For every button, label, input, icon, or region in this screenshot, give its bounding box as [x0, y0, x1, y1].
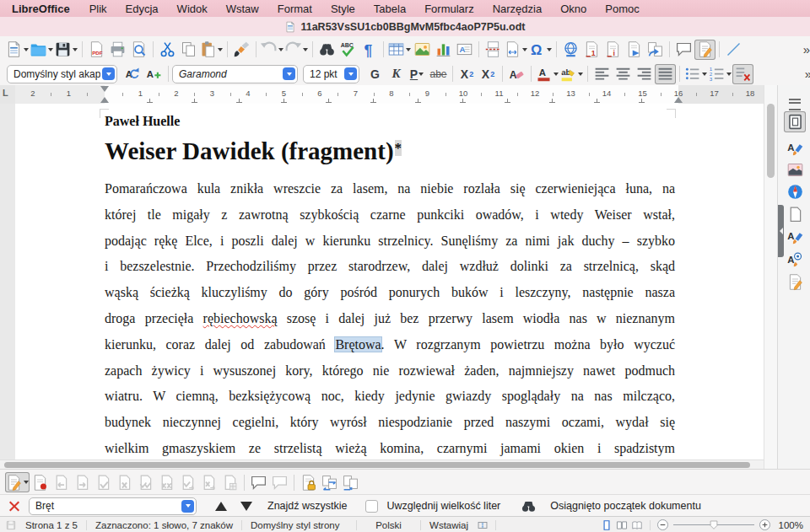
vertical-scrollbar-thumb[interactable]	[767, 104, 775, 178]
tab-stop-marker[interactable]	[147, 98, 153, 103]
align-left-button[interactable]	[591, 64, 613, 84]
chevron-down-icon[interactable]	[181, 500, 194, 513]
tab-gallery[interactable]	[784, 159, 806, 180]
first-line-indent-marker[interactable]	[100, 86, 109, 92]
menu-item-okno[interactable]: Okno	[551, 3, 596, 15]
chevron-down-icon[interactable]	[344, 67, 357, 80]
tab-stop-marker[interactable]	[460, 98, 466, 103]
tab-stop-marker[interactable]	[549, 98, 555, 103]
find-previous-icon[interactable]	[215, 502, 227, 511]
chevron-down-icon[interactable]	[546, 40, 553, 60]
sidebar-collapse-handle[interactable]	[778, 205, 784, 257]
protect-changes-button[interactable]	[298, 472, 319, 492]
match-case-checkbox[interactable]	[365, 500, 378, 513]
save-button[interactable]	[54, 40, 78, 60]
redo-button[interactable]	[284, 40, 309, 60]
word-count-status[interactable]: Zaznaczono: 1 słowo, 7 znaków	[87, 520, 241, 530]
vertical-scrollbar[interactable]	[764, 85, 778, 469]
multi-page-view-button[interactable]	[614, 518, 629, 532]
print-preview-button[interactable]	[128, 40, 149, 60]
toolbar-overflow-chevron[interactable]	[803, 36, 810, 62]
tab-navigator[interactable]	[784, 181, 806, 202]
chevron-down-icon[interactable]	[217, 40, 224, 60]
search-input[interactable]	[35, 500, 180, 512]
tab-stop-type-selector[interactable]: L	[3, 88, 8, 98]
menu-item-plik[interactable]: Plik	[80, 3, 116, 15]
tab-stop-marker[interactable]	[326, 98, 332, 103]
insert-table-button[interactable]	[387, 40, 412, 60]
find-next-icon[interactable]	[240, 502, 252, 511]
underline-button[interactable]: P	[407, 64, 428, 84]
chevron-down-icon[interactable]	[23, 40, 30, 60]
track-changes-button[interactable]	[694, 40, 716, 60]
tab-stop-marker[interactable]	[594, 98, 600, 103]
accept-change-button[interactable]	[93, 472, 114, 492]
superscript-button[interactable]: X2	[456, 64, 478, 84]
chevron-down-icon[interactable]	[405, 40, 412, 60]
menu-item-pomoc[interactable]: Pomoc	[596, 3, 648, 15]
footnote-button[interactable]	[581, 40, 602, 60]
insert-chart-button[interactable]	[433, 40, 454, 60]
reject-all-button[interactable]	[156, 472, 177, 492]
align-right-button[interactable]	[634, 64, 655, 84]
page-style-status[interactable]: Domyślny styl strony	[242, 520, 356, 530]
single-page-view-button[interactable]	[599, 518, 614, 532]
manage-changes-button[interactable]	[219, 472, 240, 492]
bullet-list-button[interactable]	[683, 64, 708, 84]
highlight-color-button[interactable]	[559, 64, 584, 84]
tab-stop-marker[interactable]	[415, 98, 421, 103]
chevron-down-icon[interactable]	[701, 64, 708, 84]
match-case-label[interactable]: Uwzględnij wielkość liter	[386, 500, 500, 512]
chevron-down-icon[interactable]	[23, 472, 30, 492]
align-center-button[interactable]	[613, 64, 634, 84]
justify-button[interactable]	[655, 64, 676, 84]
chevron-down-icon[interactable]	[72, 40, 78, 60]
menu-item-formularz[interactable]: Formularz	[415, 3, 483, 15]
document-page[interactable]: Paweł Huelle Weiser Dawidek (fragment)* …	[15, 104, 764, 459]
zoom-slider[interactable]	[673, 524, 754, 525]
menu-item-style[interactable]: Style	[321, 3, 364, 15]
page-break-button[interactable]	[483, 40, 504, 60]
tab-stop-marker[interactable]	[236, 98, 242, 103]
chevron-down-icon[interactable]	[553, 64, 559, 84]
insert-line-button[interactable]	[723, 40, 744, 60]
toolbar-overflow-chevron[interactable]	[805, 62, 810, 85]
language-status[interactable]: Polski	[357, 520, 420, 530]
reject-change-button[interactable]	[114, 472, 135, 492]
numbered-list-button[interactable]	[708, 64, 732, 84]
formatting-marks-button[interactable]	[359, 40, 380, 60]
endnote-button[interactable]	[602, 40, 624, 60]
chevron-down-icon[interactable]	[726, 64, 732, 84]
font-color-button[interactable]	[535, 64, 559, 84]
find-and-replace-icon[interactable]	[521, 498, 537, 514]
new-style-button[interactable]	[143, 64, 165, 84]
horizontal-ruler[interactable]: L 21123456789101112131415161718	[0, 85, 764, 105]
insert-mode-status[interactable]: Wstawiaj	[421, 520, 477, 530]
insert-textbox-button[interactable]	[454, 40, 475, 60]
zoom-in-icon[interactable]	[758, 518, 772, 532]
menu-item-edycja[interactable]: Edycja	[116, 3, 168, 15]
show-changes-button[interactable]	[5, 472, 30, 492]
menu-app-name[interactable]: LibreOffice	[0, 3, 80, 15]
find-replace-button[interactable]	[316, 40, 338, 60]
tab-design[interactable]	[784, 226, 806, 247]
spelling-button[interactable]	[338, 40, 359, 60]
tab-properties[interactable]	[784, 111, 806, 132]
tab-stop-marker[interactable]	[639, 98, 645, 103]
chevron-down-icon[interactable]	[47, 40, 54, 60]
undo-button[interactable]	[260, 40, 284, 60]
book-view-button[interactable]	[629, 518, 645, 532]
paste-button[interactable]	[199, 40, 224, 60]
selection-mode-icon[interactable]	[477, 519, 489, 531]
zoom-out-icon[interactable]	[656, 518, 670, 532]
tab-styles[interactable]	[784, 137, 806, 159]
search-combo[interactable]	[29, 497, 197, 515]
accept-and-next-button[interactable]	[177, 472, 198, 492]
export-pdf-button[interactable]	[86, 40, 107, 60]
compare-document-button[interactable]	[319, 472, 340, 492]
bookmark-button[interactable]	[624, 40, 645, 60]
italic-button[interactable]: K	[386, 64, 407, 84]
close-find-bar-icon[interactable]	[8, 500, 20, 513]
paragraph-style-combo[interactable]: Domyślny styl akapitu	[7, 65, 117, 83]
comment-button[interactable]	[673, 40, 694, 60]
